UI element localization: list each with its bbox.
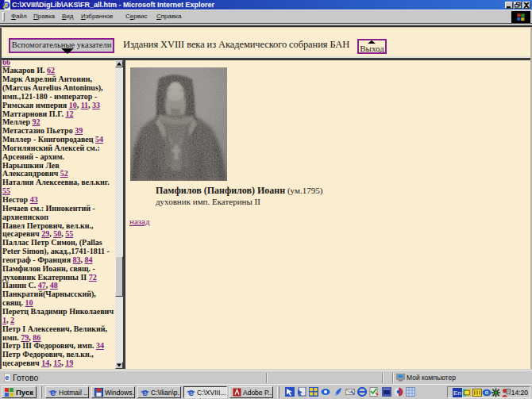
svg-text:e: e (142, 388, 148, 397)
svg-text:En: En (453, 389, 461, 397)
svg-text:e: e (188, 388, 194, 397)
svg-text:e: e (50, 388, 56, 397)
svg-text:e: e (5, 374, 9, 382)
